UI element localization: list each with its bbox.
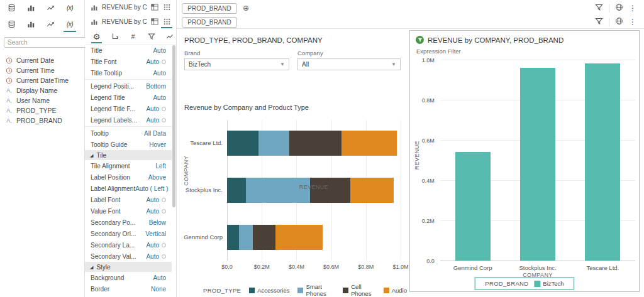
bar-tescare-ltd-[interactable] bbox=[585, 63, 620, 261]
field-item-user-name[interactable]: A,User Name bbox=[0, 95, 84, 105]
property-row-tooltip[interactable]: TooltipAll Data bbox=[85, 127, 172, 139]
filter-chip-prod-brand[interactable]: PROD_BRAND bbox=[182, 17, 237, 28]
highlighted-legend-box[interactable]: PROD_BRAND BizTech bbox=[474, 277, 574, 290]
bar-segment-cell-phones[interactable] bbox=[289, 131, 341, 156]
property-row-tooltip-guide[interactable]: Tooltip GuideHover bbox=[85, 139, 172, 150]
property-value: Auto bbox=[146, 253, 166, 260]
bar-segment-cell-phones[interactable] bbox=[253, 225, 275, 250]
bar-segment-smart-phones[interactable] bbox=[246, 178, 310, 203]
bar-segment-smart-phones[interactable] bbox=[258, 131, 290, 156]
trend-icon[interactable] bbox=[45, 19, 55, 30]
property-row-title-font[interactable]: Title FontAuto bbox=[85, 56, 172, 67]
property-row-title[interactable]: TitleAuto bbox=[85, 45, 172, 56]
kebab-menu-icon[interactable]: ⋮ bbox=[629, 18, 636, 26]
bar-segment-audio[interactable] bbox=[350, 178, 394, 203]
field-item-current-datetime[interactable]: Current DateTime bbox=[0, 75, 84, 85]
filter-funnel-icon[interactable] bbox=[595, 3, 603, 14]
bar-chart-icon[interactable] bbox=[26, 3, 36, 13]
viz-header: REVENUE by COMPANY, PROD_BRAND bbox=[410, 31, 639, 44]
legend-entries: AccessoriesSmart PhonesCell PhonesAudio bbox=[249, 283, 407, 297]
property-section-tile[interactable]: ◢Tile bbox=[85, 150, 172, 160]
function-icon[interactable]: (x) bbox=[65, 3, 75, 13]
tab-values-icon[interactable]: # bbox=[128, 31, 138, 42]
database-icon[interactable] bbox=[6, 3, 16, 13]
property-row-legend-title-f-[interactable]: Legend Title F...Auto bbox=[85, 103, 172, 114]
kebab-menu-icon[interactable]: ⋮ bbox=[629, 4, 636, 12]
property-row-title-tooltip[interactable]: Title TooltipAuto bbox=[85, 67, 172, 78]
field-item-prod-brand[interactable]: A,PROD_BRAND bbox=[0, 116, 84, 126]
search-input[interactable] bbox=[4, 37, 94, 48]
filter-bar-right-icons: ⋮ bbox=[595, 3, 644, 14]
revenue-bar-visualization-selected[interactable]: REVENUE by COMPANY, PROD_BRAND Expressio… bbox=[409, 30, 640, 292]
grammar-icon[interactable] bbox=[162, 3, 171, 11]
bar-segment-accessories[interactable] bbox=[227, 225, 239, 250]
viz-list-item-2[interactable]: REVENUE by COMP... bbox=[85, 14, 176, 29]
legend-entry-accessories[interactable]: Accessories bbox=[249, 283, 289, 297]
property-value: None bbox=[151, 286, 166, 293]
pivot-icon[interactable] bbox=[150, 18, 159, 26]
bar-segment-cell-phones[interactable] bbox=[310, 178, 350, 203]
property-row-label-position[interactable]: Label PositionAbove bbox=[85, 171, 172, 183]
bar-segment-accessories[interactable] bbox=[227, 178, 246, 203]
trend-icon[interactable] bbox=[45, 3, 55, 13]
add-filter-icon[interactable]: ⊕ bbox=[243, 4, 249, 12]
property-row-border[interactable]: BorderNone bbox=[85, 283, 172, 294]
tab-axes-icon[interactable] bbox=[110, 31, 119, 42]
property-row-value-font[interactable]: Value FontAuto bbox=[85, 205, 172, 217]
property-row-secondary-po-[interactable]: Secondary Po...Below bbox=[85, 217, 172, 228]
property-rows: TitleAutoTitle FontAutoTitle TooltipAuto… bbox=[85, 45, 172, 297]
field-item-current-time[interactable]: Current Time bbox=[0, 65, 84, 75]
company-dropdown[interactable]: All ▼ bbox=[297, 58, 401, 70]
field-item-current-date[interactable]: Current Date bbox=[0, 55, 84, 65]
property-value-text: Auto bbox=[146, 58, 159, 65]
font-reset-radio[interactable] bbox=[162, 209, 166, 213]
legend-entry-audio[interactable]: Audio bbox=[384, 283, 407, 297]
bar-chart-icon[interactable] bbox=[26, 19, 36, 30]
property-row-legend-labels-[interactable]: Legend Labels...Auto bbox=[85, 114, 172, 126]
bar-stockplus-inc-[interactable] bbox=[520, 68, 555, 261]
properties-scrollbar[interactable] bbox=[172, 45, 175, 207]
tab-general-gear-icon[interactable]: ⚙ bbox=[92, 31, 101, 42]
filter-funnel-icon[interactable] bbox=[595, 16, 603, 28]
tab-analytics-trend-icon[interactable] bbox=[165, 31, 174, 42]
property-row-secondary-val-[interactable]: Secondary Val...Auto bbox=[85, 251, 172, 262]
bar-genmind-corp[interactable] bbox=[455, 152, 491, 261]
font-reset-radio[interactable] bbox=[162, 118, 166, 122]
filter-controls-visualization[interactable]: PROD_TYPE, PROD_BRAND, COMPANY Brand Biz… bbox=[178, 30, 407, 296]
property-row-legend-title[interactable]: Legend TitleAuto bbox=[85, 92, 172, 103]
data-panel-toolbar-row-2: (x) bbox=[0, 16, 84, 31]
property-value-text: Auto bbox=[146, 197, 159, 203]
tab-filters-funnel-icon[interactable] bbox=[147, 31, 156, 42]
pivot-icon[interactable] bbox=[150, 3, 159, 11]
font-reset-radio[interactable] bbox=[162, 198, 166, 202]
property-row-tile-alignment[interactable]: Tile AlignmentLeft bbox=[85, 160, 172, 171]
legend-entry-cell-phones[interactable]: Cell Phones bbox=[343, 283, 375, 297]
font-reset-radio[interactable] bbox=[162, 60, 166, 64]
property-row-background[interactable]: BackgroundAuto bbox=[85, 272, 172, 283]
field-item-prod-type[interactable]: A,PROD_TYPE bbox=[0, 105, 84, 116]
filter-chip-prod-brand[interactable]: PROD_BRAND bbox=[182, 3, 237, 14]
property-row-label-alignment[interactable]: Label AlignmentAuto ( Left ) bbox=[85, 183, 172, 194]
grammar-icon[interactable] bbox=[162, 18, 171, 26]
bar-segment-smart-phones[interactable] bbox=[239, 225, 253, 250]
field-list: Current DateCurrent TimeCurrent DateTime… bbox=[0, 55, 84, 126]
bar-segment-audio[interactable] bbox=[275, 225, 323, 250]
font-reset-radio[interactable] bbox=[162, 243, 166, 247]
bar-segment-audio[interactable] bbox=[341, 131, 397, 156]
database-icon[interactable] bbox=[6, 19, 16, 30]
property-row-label-font[interactable]: Label FontAuto bbox=[85, 194, 172, 205]
property-section-style[interactable]: ◢Style bbox=[85, 262, 172, 272]
font-reset-radio[interactable] bbox=[162, 254, 166, 259]
brand-dropdown[interactable]: BizTech ▼ bbox=[184, 58, 289, 70]
globe-icon[interactable] bbox=[615, 3, 623, 14]
property-row-legend-positi-[interactable]: Legend Positi...Bottom bbox=[85, 80, 172, 92]
legend-entry-smart-phones[interactable]: Smart Phones bbox=[297, 283, 335, 297]
field-item-display-name[interactable]: A,Display Name bbox=[0, 85, 84, 95]
property-row-secondary-la-[interactable]: Secondary La...Auto bbox=[85, 239, 172, 251]
function-tab-active[interactable]: (x) bbox=[65, 19, 75, 30]
viz-list-item-1[interactable]: REVENUE by COMP... bbox=[85, 0, 176, 14]
bar-segment-accessories[interactable] bbox=[227, 131, 258, 156]
font-reset-radio[interactable] bbox=[162, 107, 166, 111]
globe-icon[interactable] bbox=[615, 16, 623, 28]
property-row-secondary-ori-[interactable]: Secondary Ori...Vertical bbox=[85, 228, 172, 239]
